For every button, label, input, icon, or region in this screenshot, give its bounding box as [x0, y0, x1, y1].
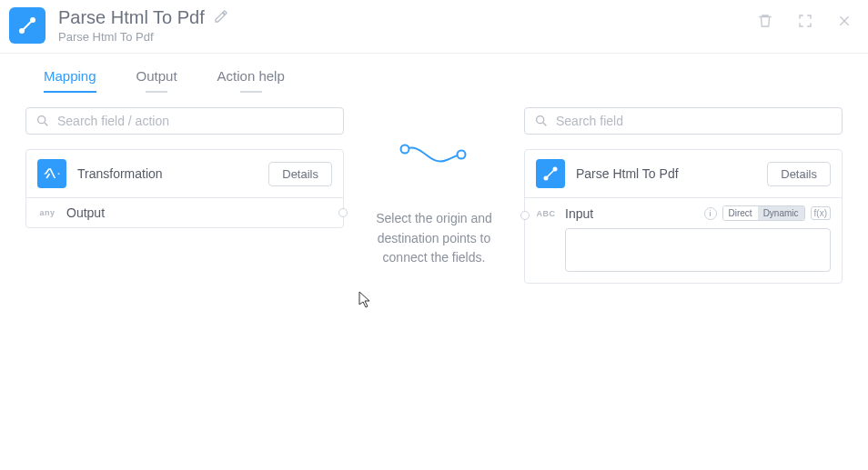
svg-line-4	[45, 123, 47, 125]
mode-direct[interactable]: Direct	[723, 206, 758, 220]
tab-bar: Mapping Output Action help	[0, 54, 868, 93]
search-icon	[35, 114, 50, 128]
action-icon	[536, 159, 565, 188]
target-panel: Parse Html To Pdf Details ABC Input i Di…	[524, 107, 843, 284]
search-source-input[interactable]	[57, 114, 334, 128]
source-card: Transformation Details any Output	[25, 149, 344, 228]
svg-line-11	[548, 171, 554, 177]
close-icon[interactable]	[837, 14, 852, 32]
svg-point-7	[537, 116, 544, 124]
target-input-value[interactable]	[565, 228, 831, 272]
search-icon	[534, 114, 549, 128]
page-title: Parse Html To Pdf	[58, 7, 205, 28]
tab-label: Action help	[217, 68, 285, 84]
source-panel: Transformation Details any Output	[25, 107, 344, 284]
search-target-input[interactable]	[556, 114, 833, 128]
target-field-row: ABC Input i Direct Dynamic f(x)	[525, 197, 842, 225]
svg-line-2	[24, 22, 31, 29]
target-field-name: Input	[565, 206, 593, 221]
expand-icon[interactable]	[797, 13, 813, 33]
action-icon	[9, 7, 45, 44]
svg-point-5	[401, 145, 409, 154]
mapping-hint-area: Select the origin and destination points…	[344, 107, 524, 284]
svg-line-8	[543, 123, 546, 125]
input-connection-point[interactable]	[520, 211, 530, 220]
search-target[interactable]	[524, 107, 843, 135]
source-field-row[interactable]: any Output	[26, 197, 343, 227]
delete-icon[interactable]	[757, 13, 773, 33]
field-type-badge: ABC	[536, 209, 556, 218]
page-subtitle: Parse Html To Pdf	[58, 30, 228, 44]
tab-mapping[interactable]: Mapping	[44, 68, 96, 93]
fx-button[interactable]: f(x)	[811, 206, 831, 220]
field-type-badge: any	[37, 208, 57, 217]
mode-dynamic[interactable]: Dynamic	[758, 206, 804, 220]
mouse-cursor-icon	[358, 291, 373, 309]
tab-label: Output	[136, 68, 177, 84]
source-card-title: Transformation	[77, 166, 257, 181]
dialog-header: Parse Html To Pdf Parse Html To Pdf	[0, 0, 868, 54]
mapping-hint-text: Select the origin and destination points…	[375, 209, 493, 268]
svg-point-6	[458, 151, 466, 159]
value-mode-toggle: Direct Dynamic	[722, 205, 805, 221]
source-field-name: Output	[66, 205, 105, 220]
tab-label: Mapping	[44, 68, 96, 84]
source-details-button[interactable]: Details	[268, 162, 332, 186]
tab-action-help[interactable]: Action help	[217, 68, 285, 93]
lambda-icon	[37, 159, 66, 188]
target-card: Parse Html To Pdf Details ABC Input i Di…	[524, 149, 843, 284]
connection-graphic-icon	[398, 140, 470, 167]
info-icon[interactable]: i	[704, 207, 717, 220]
svg-point-3	[38, 116, 45, 124]
edit-title-icon[interactable]	[214, 9, 228, 27]
search-source[interactable]	[25, 107, 344, 135]
target-card-title: Parse Html To Pdf	[576, 166, 756, 181]
target-details-button[interactable]: Details	[767, 162, 831, 186]
output-connection-point[interactable]	[338, 208, 348, 217]
tab-output[interactable]: Output	[136, 68, 177, 93]
